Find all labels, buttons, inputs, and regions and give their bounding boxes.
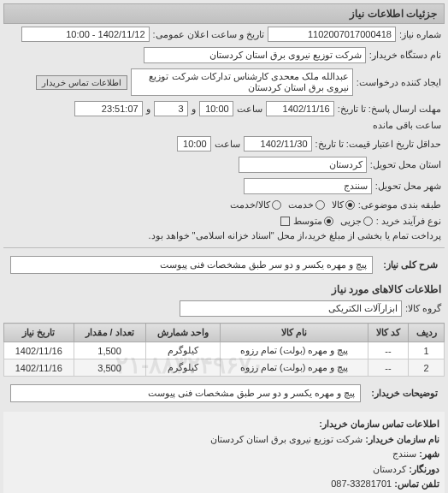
time-label-1: ساعت	[237, 104, 262, 115]
type-mixed-label: کالا/خدمت	[230, 199, 270, 211]
province-label: استان محل تحویل:	[370, 159, 441, 170]
announce-field: 1402/11/12 - 10:00	[21, 27, 150, 42]
city-field: سنندج	[244, 178, 372, 194]
type-goods-label: کالا	[332, 199, 344, 211]
cell-unit: کیلوگرم	[145, 342, 221, 359]
c-phone: 33281701-087	[331, 478, 392, 489]
th-qty: تعداد / مقدار	[74, 324, 145, 342]
deadline-label: مهلت ارسال پاسخ: تا تاریخ:	[338, 104, 441, 115]
and-label: و	[192, 104, 196, 115]
panel-header: جزئیات اطلاعات نیاز	[3, 3, 445, 24]
group-label: گروه کالا:	[405, 303, 441, 314]
cell-name: پیچ و مهره (بولت) تمام رزوه	[221, 359, 368, 377]
validity-date-field: 1402/11/30	[244, 136, 312, 151]
cell-qty: 3,500	[74, 359, 145, 377]
cell-row: 2	[409, 359, 445, 377]
remain-time-field: 23:51:07	[74, 101, 143, 116]
cell-qty: 1,500	[74, 342, 145, 359]
group-field: ابزارآلات الکتریکی	[180, 300, 402, 317]
province-field: کردستان	[239, 157, 367, 173]
c-city-label: شهر:	[419, 448, 439, 459]
remain-days-field: 3	[154, 101, 188, 116]
type-label: طبقه بندی موضوعی:	[358, 199, 441, 211]
c-org: شرکت توزیع نیروی برق استان کردستان	[210, 434, 363, 444]
proc-mid-radio[interactable]	[324, 217, 333, 226]
org-field: شرکت توزیع نیروی برق استان کردستان	[144, 47, 366, 63]
c-prov: کردستان	[373, 464, 406, 474]
type-goods-radio[interactable]	[345, 200, 355, 210]
th-name: نام کالا	[221, 324, 368, 342]
cell-date: 1402/11/16	[4, 359, 74, 377]
buyer-notes-label: توضیحات خریدار:	[368, 384, 441, 402]
deadline-time-field: 10:00	[199, 101, 233, 116]
contact-title: اطلاعات تماس سازمان خریدار:	[319, 419, 439, 429]
contact-section: اطلاعات تماس سازمان خریدار: نام سازمان خ…	[3, 412, 445, 493]
proc-partial-radio[interactable]	[363, 217, 373, 226]
c-prov-label: دورنگار:	[409, 464, 439, 474]
proc-note: پرداخت تمام یا بخشی از مبلغ خرید،از محل …	[148, 230, 441, 241]
type-service-label: خدمت	[288, 199, 314, 211]
th-date: تاریخ نیاز	[4, 324, 74, 342]
th-row: ردیف	[409, 324, 445, 342]
cell-row: 1	[409, 342, 445, 359]
table-row[interactable]: 2 -- پیچ و مهره (بولت) تمام رزوه کیلوگرم…	[4, 359, 445, 377]
and-label-2: و	[146, 104, 150, 115]
desc-label: شرح کلی نیاز:	[380, 256, 441, 274]
time-label-2: ساعت	[215, 139, 240, 150]
proc-radio-group: جزیی متوسط	[293, 216, 373, 227]
desc-field: پیچ و مهره یکسر و دو سر طبق مشخصات فنی پ…	[10, 256, 373, 274]
cell-unit: کیلوگرم	[145, 359, 221, 377]
c-city: سنندج	[392, 448, 416, 459]
announce-label: تاریخ و ساعت اعلان عمومی:	[153, 29, 264, 40]
deadline-date-field: 1402/11/16	[266, 101, 334, 116]
type-radio-group: کالا خدمت کالا/خدمت	[230, 199, 355, 211]
c-org-label: نام سازمان خریدار:	[365, 434, 439, 444]
remain-suffix: ساعت باقی مانده	[373, 120, 441, 131]
creator-label: ایجاد کننده درخواست:	[357, 77, 441, 88]
cell-code: --	[368, 342, 408, 359]
buyer-contact-button[interactable]: اطلاعات تماس خریدار	[36, 75, 127, 90]
table-row[interactable]: 1 -- پیچ و مهره (بولت) تمام رزوه کیلوگرم…	[4, 342, 445, 359]
type-service-radio[interactable]	[315, 200, 325, 210]
treasury-checkbox[interactable]	[280, 217, 290, 226]
cell-name: پیچ و مهره (بولت) تمام رزوه	[221, 342, 368, 359]
items-table: ردیف کد کالا نام کالا واحد شمارش تعداد /…	[3, 323, 445, 377]
creator-field: عبدالله ملک معحدی کارشناس تدارکات شرکت ت…	[131, 68, 353, 96]
buyer-notes-field: پیچ و مهره یکسر و دو سر طبق مشخصات فنی پ…	[10, 384, 361, 402]
cell-date: 1402/11/16	[4, 342, 74, 359]
req-no-label: شماره نیاز:	[399, 29, 441, 40]
proc-mid-label: متوسط	[293, 216, 322, 227]
cell-code: --	[368, 359, 408, 377]
validity-label: حداقل تاریخ اعتبار قیمت: تا تاریخ:	[315, 139, 441, 150]
type-mixed-radio[interactable]	[272, 200, 281, 210]
items-section-title: اطلاعات کالاهای مورد نیاز	[3, 278, 445, 298]
proc-label: نوع فرآیند خرید :	[376, 216, 441, 227]
org-label: نام دستگاه خریدار:	[369, 50, 441, 61]
th-code: کد کالا	[368, 324, 408, 342]
validity-time-field: 10:00	[177, 136, 211, 151]
city-label: شهر محل تحویل:	[375, 181, 441, 192]
th-unit: واحد شمارش	[145, 324, 221, 342]
proc-partial-label: جزیی	[340, 216, 362, 227]
req-no-field: 1102007017000418	[268, 27, 396, 42]
c-phone-label: تلفن تماس:	[394, 478, 439, 489]
